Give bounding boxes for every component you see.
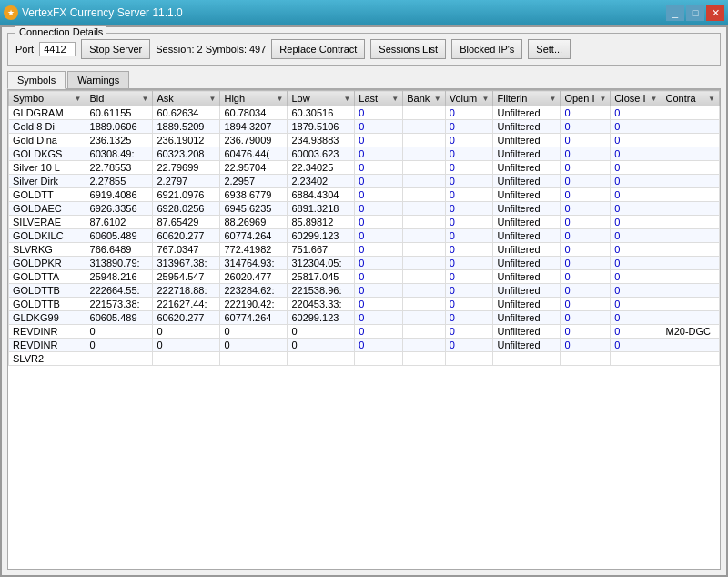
table-row[interactable]: GOLDAEC6926.33566928.02566945.62356891.3… — [9, 202, 720, 216]
tab-symbols[interactable]: Symbols — [7, 71, 66, 89]
table-row[interactable]: GLDGRAM60.6115560.6263460.7803460.305160… — [9, 106, 720, 120]
table-row[interactable]: Gold Dina236.1325236.19012236.79009234.9… — [9, 134, 720, 147]
cell-low: 25817.045 — [288, 270, 355, 284]
cell-ask: 25954.547 — [153, 270, 220, 284]
cell-openI: 0 — [561, 106, 611, 120]
replace-contract-button[interactable]: Replace Contract — [271, 39, 365, 59]
cell-closeI: 0 — [611, 243, 662, 257]
table-row[interactable]: SLVR2 — [9, 352, 720, 366]
minimize-button[interactable]: _ — [666, 5, 684, 21]
table-row[interactable]: Silver Dirk2.278552.27972.29572.2340200U… — [9, 175, 720, 188]
cell-last: 0 — [355, 284, 403, 298]
cell-closeI: 0 — [611, 106, 662, 120]
cell-closeI: 0 — [611, 257, 662, 270]
cell-symbol: SILVERAE — [9, 216, 86, 229]
col-header-bid[interactable]: Bid▼ — [86, 91, 153, 106]
table-row[interactable]: SILVERAE87.610287.6542988.2696985.898120… — [9, 216, 720, 229]
cell-last: 0 — [355, 298, 403, 311]
cell-symbol: Silver Dirk — [9, 175, 86, 188]
col-header-high[interactable]: High▼ — [220, 91, 288, 106]
cell-high: 60.78034 — [220, 106, 288, 120]
cell-last: 0 — [355, 216, 403, 229]
maximize-button[interactable]: □ — [686, 5, 704, 21]
cell-filtering: Unfiltered — [493, 147, 561, 161]
cell-filtering: Unfiltered — [493, 202, 561, 216]
col-header-close[interactable]: Close I▼ — [611, 91, 662, 106]
blocked-ips-button[interactable]: Blocked IP's — [451, 39, 522, 59]
cell-contract — [662, 284, 720, 298]
col-header-contract[interactable]: Contra▼ — [662, 91, 720, 106]
close-button[interactable]: ✕ — [706, 5, 724, 21]
col-header-filtering[interactable]: Filterin▼ — [493, 91, 561, 106]
cell-symbol: GOLDPKR — [9, 257, 86, 270]
cell-filtering: Unfiltered — [493, 270, 561, 284]
cell-last: 0 — [355, 188, 403, 202]
table-row[interactable]: GOLDKILC60605.48960620.27760774.26460299… — [9, 229, 720, 243]
stop-server-button[interactable]: Stop Server — [81, 39, 150, 59]
col-header-low[interactable]: Low▼ — [288, 91, 355, 106]
cell-openI: 0 — [561, 147, 611, 161]
cell-filtering — [493, 352, 561, 366]
cell-bank — [403, 161, 445, 175]
cell-bid: 1889.0606 — [86, 120, 153, 134]
cell-filtering: Unfiltered — [493, 311, 561, 325]
connection-details-group: Connection Details Port 4412 Stop Server… — [7, 33, 721, 66]
tab-warnings[interactable]: Warnings — [67, 71, 129, 88]
table-row[interactable]: REVDINR000000Unfiltered00M20-DGC — [9, 325, 720, 339]
cell-high: 314764.93: — [220, 257, 288, 270]
settings-button[interactable]: Sett... — [528, 39, 571, 59]
cell-bid: 236.1325 — [86, 134, 153, 147]
col-header-last[interactable]: Last▼ — [355, 91, 403, 106]
cell-filtering: Unfiltered — [493, 284, 561, 298]
cell-bank — [403, 257, 445, 270]
cell-bid: 0 — [86, 339, 153, 352]
cell-contract — [662, 311, 720, 325]
cell-volume: 0 — [445, 216, 493, 229]
cell-high: 223284.62: — [220, 284, 288, 298]
cell-symbol: Gold 8 Di — [9, 120, 86, 134]
col-header-volume[interactable]: Volum▼ — [445, 91, 493, 106]
cell-volume: 0 — [445, 270, 493, 284]
col-header-open[interactable]: Open I▼ — [561, 91, 611, 106]
cell-low: 0 — [288, 325, 355, 339]
connection-row: Port 4412 Stop Server Session: 2 Symbols… — [15, 37, 713, 61]
cell-last: 0 — [355, 243, 403, 257]
cell-volume: 0 — [445, 298, 493, 311]
table-row[interactable]: REVDINR000000Unfiltered00 — [9, 339, 720, 352]
table-row[interactable]: GOLDTTA25948.21625954.54726020.47725817.… — [9, 270, 720, 284]
table-row[interactable]: Gold 8 Di1889.06061889.52091894.32071879… — [9, 120, 720, 134]
table-row[interactable]: GOLDTTB221573.38:221627.44:222190.42:220… — [9, 298, 720, 311]
cell-symbol: GOLDKGS — [9, 147, 86, 161]
cell-filtering: Unfiltered — [493, 216, 561, 229]
table-row[interactable]: SLVRKG766.6489767.0347772.41982751.66700… — [9, 243, 720, 257]
cell-filtering: Unfiltered — [493, 161, 561, 175]
table-row[interactable]: GOLDTT6919.40866921.09766938.67796884.43… — [9, 188, 720, 202]
cell-low: 0 — [288, 339, 355, 352]
col-header-symbol[interactable]: Symbo▼ — [9, 91, 86, 106]
cell-bank — [403, 134, 445, 147]
table-row[interactable]: GOLDKGS60308.49:60323.20860476.44(60003.… — [9, 147, 720, 161]
col-header-ask[interactable]: Ask▼ — [153, 91, 220, 106]
cell-openI: 0 — [561, 325, 611, 339]
cell-bid: 766.6489 — [86, 243, 153, 257]
table-row[interactable]: GOLDTTB222664.55:222718.88:223284.62:221… — [9, 284, 720, 298]
cell-bank — [403, 229, 445, 243]
cell-ask: 0 — [153, 325, 220, 339]
cell-volume: 0 — [445, 257, 493, 270]
cell-closeI — [611, 352, 662, 366]
sessions-list-button[interactable]: Sessions List — [370, 39, 446, 59]
cell-filtering: Unfiltered — [493, 257, 561, 270]
cell-closeI: 0 — [611, 339, 662, 352]
table-row[interactable]: Silver 10 L22.7855322.7969922.9570422.34… — [9, 161, 720, 175]
cell-bank — [403, 188, 445, 202]
table-row[interactable]: GLDKG9960605.48960620.27760774.26460299.… — [9, 311, 720, 325]
cell-openI: 0 — [561, 339, 611, 352]
cell-contract — [662, 161, 720, 175]
cell-contract — [662, 270, 720, 284]
cell-contract — [662, 175, 720, 188]
col-header-bank[interactable]: Bank▼ — [403, 91, 445, 106]
table-wrapper[interactable]: Symbo▼ Bid▼ Ask▼ High▼ Low▼ — [8, 90, 720, 569]
table-row[interactable]: GOLDPKR313890.79:313967.38:314764.93:312… — [9, 257, 720, 270]
cell-low: 221538.96: — [288, 284, 355, 298]
cell-last: 0 — [355, 175, 403, 188]
